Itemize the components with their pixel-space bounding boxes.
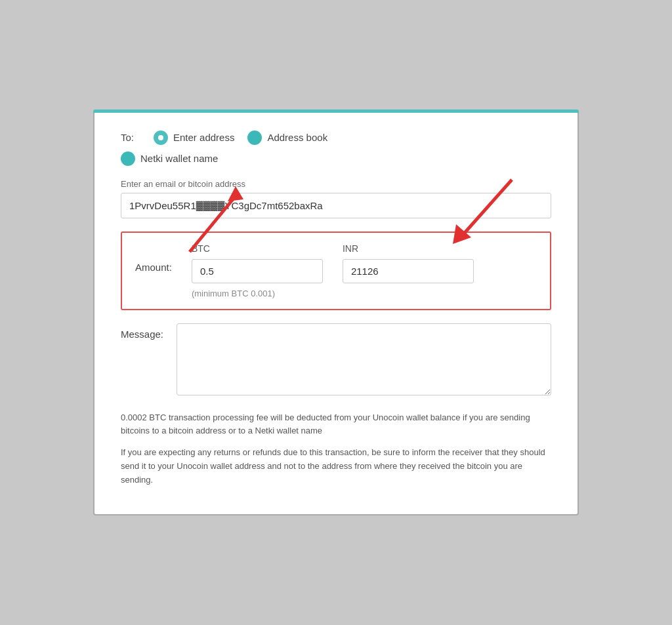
netki-label: Netki wallet name [140, 153, 218, 164]
notice-1: 0.0002 BTC transaction processing fee wi… [121, 411, 551, 439]
radio-enter-address[interactable]: Enter address [154, 131, 234, 145]
to-row: To: Enter address Address book [121, 131, 551, 145]
message-section: Message: [121, 323, 551, 395]
annotation-arrow-2 [440, 173, 518, 261]
amount-label: Amount: [135, 243, 172, 273]
radio-enter-label: Enter address [173, 132, 234, 143]
radio-book-label: Address book [267, 132, 327, 143]
btc-minimum: (minimum BTC 0.001) [192, 289, 323, 298]
send-form: To: Enter address Address book Netki wal… [93, 110, 579, 516]
inr-input[interactable] [343, 259, 474, 283]
svg-line-0 [190, 196, 236, 252]
annotation-arrow-1 [180, 180, 252, 261]
svg-marker-1 [228, 186, 243, 201]
btc-input[interactable] [192, 259, 323, 283]
message-label: Message: [121, 323, 163, 340]
netki-dot [121, 151, 135, 166]
message-textarea[interactable] [177, 323, 551, 395]
svg-line-2 [459, 180, 512, 239]
radio-address-book[interactable]: Address book [247, 131, 327, 145]
notice-2: If you are expecting any returns or refu… [121, 446, 551, 487]
netki-row: Netki wallet name [121, 151, 551, 166]
radio-circle-book[interactable] [247, 131, 262, 145]
radio-circle-enter[interactable] [154, 131, 168, 145]
to-label: To: [121, 132, 134, 143]
